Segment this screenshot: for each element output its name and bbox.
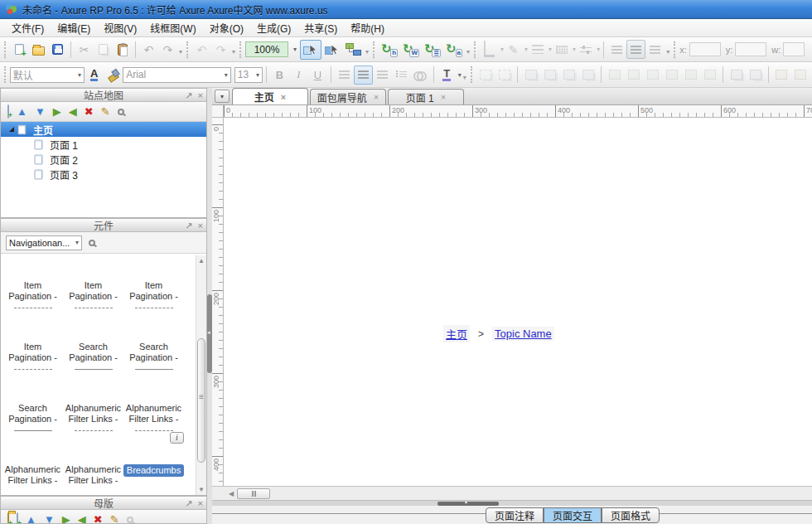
toolbar-grip[interactable] [674,41,677,58]
toolbar-grip[interactable] [4,66,7,83]
bullet-list-button[interactable] [392,66,411,85]
toolbar-grip[interactable] [4,41,7,58]
search-masters-button[interactable] [127,517,133,523]
menu-generate[interactable]: 生成(G) [250,19,297,36]
widget-item[interactable]: Item Pagination - [63,280,123,342]
insert-link-button[interactable] [411,66,430,85]
align-middle-button[interactable] [681,66,700,85]
scrollbar-thumb[interactable] [197,338,205,463]
expander-icon[interactable] [9,127,14,132]
send-to-back-button[interactable] [540,66,559,85]
close-tab-icon[interactable]: × [441,92,446,102]
bold-button[interactable]: B [270,66,289,85]
text-align-right-button[interactable] [373,66,392,85]
tab-page-notes[interactable]: 页面注释 [486,507,544,523]
close-tab-icon[interactable]: × [374,92,379,102]
toolbar-grip[interactable] [373,41,376,58]
distribute-horizontal-button[interactable] [727,66,746,85]
align-bottom-button[interactable] [700,66,719,85]
move-up-button[interactable]: ▲ [17,106,27,117]
align-center-edges-button[interactable] [626,40,645,59]
close-tab-icon[interactable]: × [281,92,286,102]
sitemap-node-page1[interactable]: 页面 1 [1,137,206,152]
wireframe-canvas[interactable]: 主页 > Topic Name [224,118,812,486]
fill-color-button[interactable] [480,40,499,59]
close-icon[interactable]: × [198,90,203,100]
outdent-button[interactable]: ◀ [69,106,77,117]
indent-button[interactable]: ▶ [62,514,70,524]
tab-page1[interactable]: 页面 1 × [388,89,464,104]
font-size-select[interactable]: 13▾ [234,67,263,83]
select-contained-tool-button[interactable] [321,40,343,60]
widget-item[interactable]: Item Pagination - [123,280,184,342]
zoom-dropdown-button[interactable]: ▾ [288,40,300,59]
send-backward-button[interactable] [578,66,597,85]
toolbar-overflow-button[interactable]: ▾ [179,48,182,56]
text-color-button[interactable]: T [437,66,457,85]
sitemap-node-home[interactable]: 主页 [1,122,206,137]
guides-dropdown[interactable]: ▾ [597,46,600,53]
widget-item[interactable]: Item Pagination - [2,280,63,342]
text-color-dropdown[interactable]: ▾ [458,71,462,79]
widget-item[interactable]: Alphanumeric Filter Links - [63,464,123,496]
toolbar-overflow-button[interactable]: ▾ [666,48,669,56]
menu-edit[interactable]: 编辑(E) [51,19,97,36]
lock-button[interactable] [772,66,791,85]
align-top-button[interactable] [662,66,681,85]
underline-button[interactable]: U [308,66,327,85]
bring-to-front-button[interactable] [521,66,540,85]
text-align-center-button[interactable] [354,66,373,85]
search-widgets-icon[interactable] [89,240,95,246]
toolbar-overflow-button[interactable]: ▾ [365,48,369,56]
move-down-button[interactable]: ▼ [35,106,46,117]
grid-button[interactable] [552,40,571,59]
save-button[interactable] [48,40,67,59]
align-left-edges-button[interactable] [607,40,626,59]
close-icon[interactable]: × [198,221,203,230]
undo-button[interactable]: ↶ [139,40,158,59]
rename-master-button[interactable]: ✎ [110,514,119,524]
tab-page-formatting[interactable]: 页面格式 [602,507,660,523]
breadcrumb-topic-link[interactable]: Topic Name [492,327,554,341]
toolbar-grip[interactable] [474,41,477,58]
menu-help[interactable]: 帮助(H) [344,19,391,36]
toolbar-overflow-button[interactable]: ▾ [232,48,235,56]
cut-button[interactable]: ✂ [75,40,94,59]
open-button[interactable] [29,40,48,59]
line-color-button[interactable]: ✎ [504,40,523,59]
generate-html-button[interactable]: ↻h [379,40,400,59]
widget-info-button[interactable]: i [170,432,184,444]
add-page-button[interactable]: + [7,106,9,117]
menu-wireframe[interactable]: 线框图(W) [143,19,202,36]
move-up-button[interactable]: ▲ [26,514,36,524]
toolbar-grip[interactable] [239,41,243,58]
text-align-left-button[interactable] [335,66,354,85]
format-painter-button[interactable] [104,66,123,85]
toolbar-overflow-button[interactable]: ▾ [463,74,466,81]
delete-page-button[interactable]: ✖ [85,106,94,117]
font-style-button[interactable]: A [85,66,104,85]
toolbar-grip[interactable] [471,66,474,83]
pop-out-icon[interactable]: ↗ [185,498,192,509]
tab-page-interactions[interactable]: 页面交互 [544,507,602,523]
unlock-button[interactable] [791,66,810,85]
connector-tool-button[interactable] [343,40,364,59]
w-input[interactable] [783,42,805,56]
line-width-button[interactable] [528,40,547,59]
align-right-edges-button[interactable] [645,40,665,59]
pane-splitter-button[interactable] [237,488,270,499]
toolbar-grip[interactable] [186,41,190,58]
add-folder-button[interactable]: + [7,514,9,524]
breadcrumbs-widget[interactable]: 主页 > Topic Name [443,325,554,342]
select-tool-button[interactable] [300,40,321,60]
tab-home[interactable]: 主页 × [232,88,308,104]
widget-item[interactable]: Item Pagination - [2,342,63,403]
generate-spec-button[interactable]: ↻≣ [422,40,443,59]
bottom-pane-splitter[interactable] [212,500,812,506]
paste-button[interactable] [113,40,132,59]
sitemap-node-page2[interactable]: 页面 2 [1,152,206,167]
widget-item[interactable]: Search Pagination - [63,342,123,403]
delete-master-button[interactable]: ✖ [94,514,103,524]
align-right-button[interactable] [643,66,662,85]
tab-breadcrumb-nav[interactable]: 面包屑导航 × [310,89,386,104]
